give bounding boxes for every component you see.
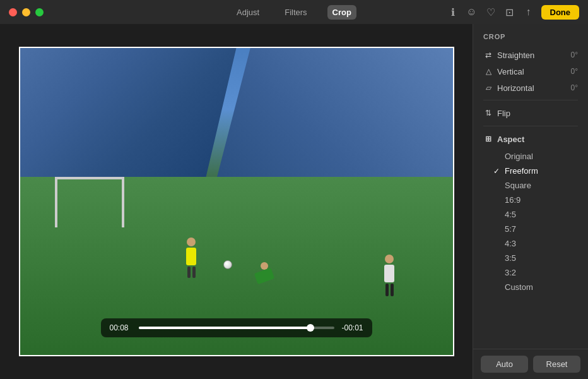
video-container: 00:08 -00:01 <box>19 47 454 356</box>
goal-post <box>55 177 124 227</box>
aspect-label: Aspect <box>497 135 524 144</box>
checkmark-square <box>493 181 502 190</box>
aspect-custom[interactable]: Custom <box>478 280 583 294</box>
soccer-ball <box>223 260 232 269</box>
titlebar-right: ℹ ☺ ♡ ⊡ ↑ Done <box>447 5 580 20</box>
aspect-square-label: Square <box>505 181 531 190</box>
aspect-16-9[interactable]: 16:9 <box>478 193 583 207</box>
divider-1 <box>483 100 578 100</box>
emoji-icon[interactable]: ☺ <box>466 6 478 18</box>
maximize-button[interactable] <box>35 8 44 16</box>
reset-button[interactable]: Reset <box>533 356 580 373</box>
checkmark-3-2 <box>493 268 502 277</box>
panel-title: CROP <box>473 33 588 47</box>
checkmark-3-5 <box>493 254 502 263</box>
tab-filters[interactable]: Filters <box>279 5 312 20</box>
aspect-3-2[interactable]: 3:2 <box>478 265 583 280</box>
aspect-freeform-label: Freeform <box>505 166 538 176</box>
time-current: 00:08 <box>110 323 132 332</box>
aspect-3-5-label: 3:5 <box>505 253 516 263</box>
time-remaining: -00:01 <box>341 323 363 332</box>
aspect-original[interactable]: Original <box>478 149 583 164</box>
aspect-list: Original ✓ Freeform Square 16:9 4:5 5:7 <box>473 148 588 296</box>
vertical-row[interactable]: △ Vertical 0° <box>478 63 583 80</box>
aspect-4-5[interactable]: 4:5 <box>478 207 583 222</box>
main-content: 00:08 -00:01 CROP ⇄ Straighten 0° <box>0 24 588 379</box>
close-button[interactable] <box>9 8 17 16</box>
straighten-value: 0° <box>571 51 578 59</box>
aspect-5-7-label: 5:7 <box>505 224 516 234</box>
tab-crop[interactable]: Crop <box>327 5 356 20</box>
minimize-button[interactable] <box>22 8 30 16</box>
aspect-5-7[interactable]: 5:7 <box>478 222 583 236</box>
horizontal-row[interactable]: ▱ Horizontal 0° <box>478 80 583 96</box>
right-panel: CROP ⇄ Straighten 0° △ Vertical 0° <box>473 24 588 379</box>
aspect-4-3-label: 4:3 <box>505 239 516 248</box>
vertical-label: Vertical <box>497 67 524 76</box>
straighten-label: Straighten <box>497 51 534 60</box>
info-icon[interactable]: ℹ <box>447 6 459 18</box>
player-right <box>382 255 396 287</box>
player-yellow <box>184 238 198 269</box>
titlebar: Adjust Filters Crop ℹ ☺ ♡ ⊡ ↑ Done <box>0 0 588 24</box>
horizontal-label: Horizontal <box>497 83 534 93</box>
window-controls <box>9 8 44 16</box>
vertical-value: 0° <box>571 67 578 76</box>
progress-bar[interactable] <box>139 327 334 329</box>
horizontal-icon: ▱ <box>483 83 493 93</box>
checkmark-custom <box>493 283 502 292</box>
straighten-row[interactable]: ⇄ Straighten 0° <box>478 47 583 63</box>
checkmark-original <box>493 152 502 161</box>
aspect-square[interactable]: Square <box>478 178 583 193</box>
video-frame[interactable]: 00:08 -00:01 <box>19 47 454 356</box>
flip-label: Flip <box>497 109 510 118</box>
aspect-icon: ⊞ <box>483 134 493 144</box>
video-scene <box>20 48 453 355</box>
checkmark-16-9 <box>493 196 502 205</box>
checkmark-4-3 <box>493 239 502 248</box>
progress-fill <box>139 327 311 329</box>
panel-bottom: Auto Reset <box>473 349 588 379</box>
player-green <box>254 262 276 281</box>
checkmark-4-5 <box>493 210 502 219</box>
vertical-icon: △ <box>483 66 493 76</box>
aspect-3-2-label: 3:2 <box>505 268 516 277</box>
divider-2 <box>483 126 578 126</box>
nav-tabs: Adjust Filters Crop <box>232 5 356 20</box>
straighten-icon: ⇄ <box>483 50 493 60</box>
video-area: 00:08 -00:01 <box>0 24 473 379</box>
flip-icon: ⇅ <box>483 108 493 118</box>
seats-left <box>20 48 237 186</box>
auto-button[interactable]: Auto <box>481 356 528 373</box>
aspect-original-label: Original <box>505 152 533 161</box>
video-controls: 00:08 -00:01 <box>101 318 372 337</box>
aspect-custom-label: Custom <box>505 282 533 292</box>
flip-row[interactable]: ⇅ Flip <box>473 104 588 122</box>
aspect-freeform[interactable]: ✓ Freeform <box>478 164 583 178</box>
checkmark-5-7 <box>493 225 502 234</box>
crop-icon[interactable]: ⊡ <box>503 6 516 18</box>
adjustment-controls: ⇄ Straighten 0° △ Vertical 0° ▱ Horizont… <box>473 47 588 96</box>
aspect-4-3[interactable]: 4:3 <box>478 236 583 251</box>
aspect-16-9-label: 16:9 <box>505 195 520 205</box>
share-icon[interactable]: ↑ <box>522 6 535 18</box>
checkmark-freeform: ✓ <box>493 167 502 176</box>
aspect-3-5[interactable]: 3:5 <box>478 251 583 265</box>
done-button[interactable]: Done <box>541 5 580 20</box>
horizontal-value: 0° <box>571 83 578 92</box>
heart-icon[interactable]: ♡ <box>485 6 497 18</box>
tab-adjust[interactable]: Adjust <box>232 5 264 20</box>
progress-thumb <box>307 324 314 332</box>
aspect-4-5-label: 4:5 <box>505 210 516 219</box>
aspect-header: ⊞ Aspect <box>473 130 588 148</box>
seats-right <box>215 48 452 186</box>
